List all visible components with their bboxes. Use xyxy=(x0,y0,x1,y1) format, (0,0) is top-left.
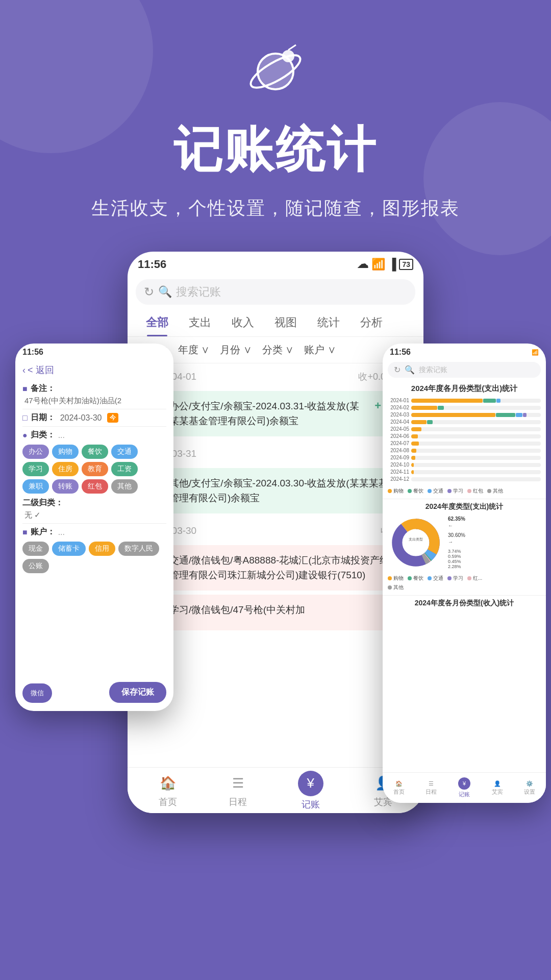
center-tabs: 全部 支出 收入 视图 统计 分析 xyxy=(128,309,423,337)
acct-label: 账户： xyxy=(31,527,55,537)
acct-company[interactable]: 公账 xyxy=(22,559,49,573)
donut-pct-3: 3.74% xyxy=(448,549,541,554)
legend-study-label: 学习 xyxy=(453,487,463,495)
nav-record-label: 记账 xyxy=(302,798,320,811)
bar-seg-yellow-05 xyxy=(411,427,421,431)
legend-study: 学习 xyxy=(447,487,463,495)
center-search-bar[interactable]: ↻ 🔍 搜索记账 xyxy=(136,279,415,305)
tx-card-3[interactable]: 支 交通/微信钱包/粤A88888-花城汇(北京市城投资产经营管理有限公司珠江新… xyxy=(136,545,415,591)
note-value: 47号枪(中关村加油站)油品(2 xyxy=(22,396,165,406)
legend2-red: 红... xyxy=(467,575,482,582)
bar-label-08: 2024-08 xyxy=(388,448,409,453)
bar-track-03 xyxy=(411,413,541,417)
date-icon: □ xyxy=(22,413,28,423)
tag-education[interactable]: 教育 xyxy=(82,462,108,476)
note-icon: ■ xyxy=(22,384,28,394)
rp-nav-home[interactable]: 🏠 首页 xyxy=(393,780,405,796)
acct-credit[interactable]: 信用 xyxy=(89,542,115,556)
acct-debit[interactable]: 储蓄卡 xyxy=(52,542,86,556)
legend2-shopping-label: 购物 xyxy=(393,575,404,582)
tag-shopping[interactable]: 购物 xyxy=(52,445,79,459)
rp-nav-settings[interactable]: ⚙️ 设置 xyxy=(524,780,535,796)
right-wifi-icon: 📶 xyxy=(532,349,539,356)
bar-label-10: 2024-10 xyxy=(388,462,409,468)
tag-study[interactable]: 学习 xyxy=(22,462,49,476)
legend2-dot-food xyxy=(408,576,412,580)
nav-schedule[interactable]: ☰ 日程 xyxy=(228,773,248,808)
bar-row-04: 2024-04 xyxy=(388,419,541,425)
bar-label-07: 2024-07 xyxy=(388,440,409,446)
tx-card-1[interactable]: 收 办公/支付宝/余额宝-2024.03.31-收益发放(某某某基金管理有限公司… xyxy=(136,391,415,436)
right-status-icons: 📶 xyxy=(532,349,539,356)
tx-card-4[interactable]: 支 学习/微信钱包/47号枪(中关村加 xyxy=(136,595,415,630)
tab-analysis[interactable]: 分析 xyxy=(350,309,393,336)
tag-other[interactable]: 其他 xyxy=(111,479,138,494)
tx-card-2[interactable]: 收 其他/支付宝/余额宝-2024.03.30-收益发放(某某某基金管理有限公司… xyxy=(136,468,415,513)
tag-housing[interactable]: 住房 xyxy=(52,462,79,476)
legend-other: 其他 xyxy=(487,487,503,495)
left-form: ■ 备注： 47号枪(中关村加油站)油品(2 □ 日期： 2024-03-30 … xyxy=(15,380,173,580)
acct-digital[interactable]: 数字人民 xyxy=(118,542,159,556)
nav-record[interactable]: ¥ 记账 xyxy=(298,771,323,811)
rp-ai-label: 艾宾 xyxy=(492,788,503,796)
bar-track-06 xyxy=(411,434,541,438)
tag-food[interactable]: 餐饮 xyxy=(82,445,108,459)
legend-food: 餐饮 xyxy=(408,487,423,495)
tag-transfer[interactable]: 转账 xyxy=(52,479,79,494)
right-search[interactable]: ↻ 🔍 搜索记账 xyxy=(388,362,541,378)
left-time: 11:56 xyxy=(22,348,43,357)
nav-home[interactable]: 🏠 首页 xyxy=(158,773,178,808)
tab-all[interactable]: 全部 xyxy=(136,309,179,336)
right-search-placeholder: 搜索记账 xyxy=(419,365,447,375)
category-tags: 办公 购物 餐饮 交通 学习 住房 教育 工资 兼职 转账 红包 其他 xyxy=(22,443,166,498)
tab-expense[interactable]: 支出 xyxy=(179,309,221,336)
legend-row-1: 购物 餐饮 交通 学习 红包 其他 xyxy=(383,485,546,497)
back-label: < 返回 xyxy=(28,364,54,376)
cat-icon: ● xyxy=(22,431,28,440)
filter-month[interactable]: 月份 ∨ xyxy=(220,343,252,357)
bar-row-10: 2024-10 xyxy=(388,462,541,468)
battery-icon: 73 xyxy=(399,259,413,270)
rp-nav-schedule[interactable]: ☰ 日程 xyxy=(425,780,437,796)
bar-track-02 xyxy=(411,406,541,410)
bar-row-06: 2024-06 xyxy=(388,433,541,439)
date-label-row: □ 日期： 2024-03-30 今 xyxy=(22,412,166,423)
tab-income[interactable]: 收入 xyxy=(221,309,264,336)
search-placeholder: 搜索记账 xyxy=(176,284,221,300)
tag-office[interactable]: 办公 xyxy=(22,445,49,459)
app-subtitle: 生活收支，个性设置，随记随查，图形报表 xyxy=(91,196,460,221)
legend-shopping: 购物 xyxy=(388,487,404,495)
acct-cash[interactable]: 现金 xyxy=(22,542,49,556)
legend-other-label: 其他 xyxy=(493,487,503,495)
filter-category[interactable]: 分类 ∨ xyxy=(262,343,294,357)
tab-stats[interactable]: 统计 xyxy=(307,309,350,336)
tag-parttime[interactable]: 兼职 xyxy=(22,479,49,494)
tag-transport[interactable]: 交通 xyxy=(111,445,138,459)
bar-row-01: 2024-01 xyxy=(388,398,541,403)
nav-schedule-label: 日程 xyxy=(229,796,247,808)
save-btn[interactable]: 保存记账 xyxy=(109,682,166,703)
rp-nav-record[interactable]: ¥ 记账 xyxy=(458,777,470,798)
donut-wrapper: 支出类型 62.35% ← 30.60% → 3.74% 0.59% 0.45%… xyxy=(383,512,546,573)
filter-year[interactable]: 年度 ∨ xyxy=(178,343,210,357)
bar-label-12: 2024-12 xyxy=(388,476,409,482)
filter-account[interactable]: 账户 ∨ xyxy=(304,343,336,357)
rp-ai-icon: 👤 xyxy=(494,780,501,787)
rp-nav-ai[interactable]: 👤 艾宾 xyxy=(492,780,503,796)
tag-salary[interactable]: 工资 xyxy=(111,462,138,476)
bar-row-12: 2024-12 xyxy=(388,476,541,482)
bar-row-03: 2024-03 xyxy=(388,412,541,418)
rp-home-icon: 🏠 xyxy=(395,780,403,787)
bar-seg-green-02 xyxy=(438,406,444,410)
bar-seg-yellow-01 xyxy=(411,399,483,403)
bar-row-09: 2024-09 xyxy=(388,455,541,460)
refresh-icon: ↻ xyxy=(144,285,154,299)
tab-view[interactable]: 视图 xyxy=(264,309,307,336)
rp-home-label: 首页 xyxy=(393,788,405,796)
center-status-icons: ☁ 📶 ▐ 73 xyxy=(357,258,413,271)
app-title: 记账统计 xyxy=(173,117,378,184)
wechat-pay-btn[interactable]: 微信 xyxy=(22,683,52,703)
tag-redpack[interactable]: 红包 xyxy=(82,479,108,494)
bar-seg-yellow-06 xyxy=(411,434,418,438)
left-back-btn[interactable]: ‹ < 返回 xyxy=(15,360,173,380)
